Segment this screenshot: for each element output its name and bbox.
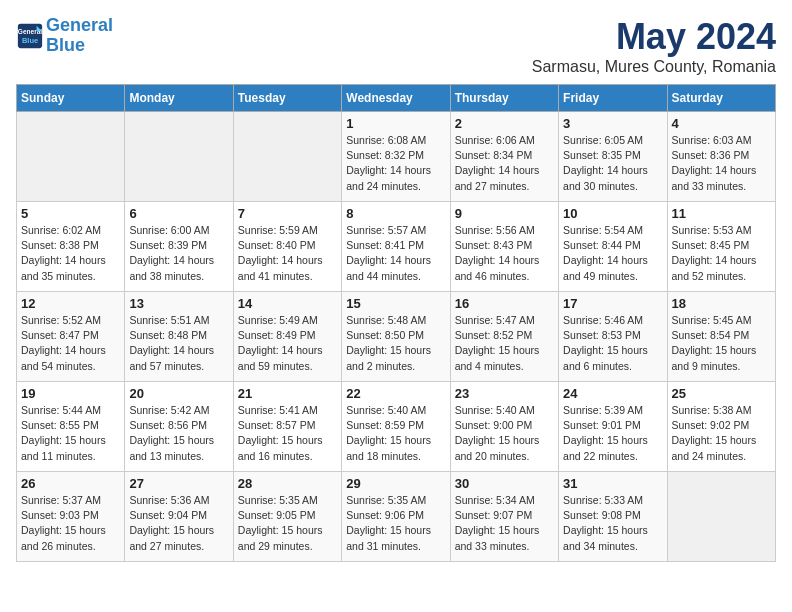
day-detail: Sunrise: 5:34 AM Sunset: 9:07 PM Dayligh… xyxy=(455,493,554,554)
day-detail: Sunrise: 5:40 AM Sunset: 8:59 PM Dayligh… xyxy=(346,403,445,464)
calendar-week-row: 1Sunrise: 6:08 AM Sunset: 8:32 PM Daylig… xyxy=(17,112,776,202)
day-detail: Sunrise: 5:59 AM Sunset: 8:40 PM Dayligh… xyxy=(238,223,337,284)
day-number: 25 xyxy=(672,386,771,401)
day-detail: Sunrise: 5:38 AM Sunset: 9:02 PM Dayligh… xyxy=(672,403,771,464)
day-number: 9 xyxy=(455,206,554,221)
day-number: 12 xyxy=(21,296,120,311)
day-number: 13 xyxy=(129,296,228,311)
calendar-cell xyxy=(233,112,341,202)
calendar-cell: 27Sunrise: 5:36 AM Sunset: 9:04 PM Dayli… xyxy=(125,472,233,562)
calendar-week-row: 19Sunrise: 5:44 AM Sunset: 8:55 PM Dayli… xyxy=(17,382,776,472)
day-number: 8 xyxy=(346,206,445,221)
calendar-cell: 17Sunrise: 5:46 AM Sunset: 8:53 PM Dayli… xyxy=(559,292,667,382)
day-number: 3 xyxy=(563,116,662,131)
day-detail: Sunrise: 5:48 AM Sunset: 8:50 PM Dayligh… xyxy=(346,313,445,374)
calendar-cell: 2Sunrise: 6:06 AM Sunset: 8:34 PM Daylig… xyxy=(450,112,558,202)
calendar-cell: 26Sunrise: 5:37 AM Sunset: 9:03 PM Dayli… xyxy=(17,472,125,562)
day-detail: Sunrise: 5:47 AM Sunset: 8:52 PM Dayligh… xyxy=(455,313,554,374)
weekday-header: Sunday xyxy=(17,85,125,112)
weekday-header: Friday xyxy=(559,85,667,112)
day-detail: Sunrise: 5:49 AM Sunset: 8:49 PM Dayligh… xyxy=(238,313,337,374)
day-number: 22 xyxy=(346,386,445,401)
day-number: 10 xyxy=(563,206,662,221)
day-number: 16 xyxy=(455,296,554,311)
calendar-cell: 19Sunrise: 5:44 AM Sunset: 8:55 PM Dayli… xyxy=(17,382,125,472)
day-detail: Sunrise: 5:46 AM Sunset: 8:53 PM Dayligh… xyxy=(563,313,662,374)
day-number: 4 xyxy=(672,116,771,131)
calendar-cell: 5Sunrise: 6:02 AM Sunset: 8:38 PM Daylig… xyxy=(17,202,125,292)
day-detail: Sunrise: 6:03 AM Sunset: 8:36 PM Dayligh… xyxy=(672,133,771,194)
calendar-cell xyxy=(125,112,233,202)
calendar-cell: 18Sunrise: 5:45 AM Sunset: 8:54 PM Dayli… xyxy=(667,292,775,382)
title-area: May 2024 Sarmasu, Mures County, Romania xyxy=(532,16,776,76)
calendar-cell: 23Sunrise: 5:40 AM Sunset: 9:00 PM Dayli… xyxy=(450,382,558,472)
calendar-table: SundayMondayTuesdayWednesdayThursdayFrid… xyxy=(16,84,776,562)
main-title: May 2024 xyxy=(532,16,776,58)
calendar-cell: 6Sunrise: 6:00 AM Sunset: 8:39 PM Daylig… xyxy=(125,202,233,292)
day-number: 2 xyxy=(455,116,554,131)
day-number: 30 xyxy=(455,476,554,491)
logo-line1: General xyxy=(46,15,113,35)
calendar-cell: 9Sunrise: 5:56 AM Sunset: 8:43 PM Daylig… xyxy=(450,202,558,292)
weekday-header: Monday xyxy=(125,85,233,112)
calendar-cell: 8Sunrise: 5:57 AM Sunset: 8:41 PM Daylig… xyxy=(342,202,450,292)
weekday-header-row: SundayMondayTuesdayWednesdayThursdayFrid… xyxy=(17,85,776,112)
day-detail: Sunrise: 6:02 AM Sunset: 8:38 PM Dayligh… xyxy=(21,223,120,284)
day-detail: Sunrise: 6:05 AM Sunset: 8:35 PM Dayligh… xyxy=(563,133,662,194)
day-detail: Sunrise: 5:56 AM Sunset: 8:43 PM Dayligh… xyxy=(455,223,554,284)
calendar-cell xyxy=(667,472,775,562)
day-number: 26 xyxy=(21,476,120,491)
calendar-cell: 10Sunrise: 5:54 AM Sunset: 8:44 PM Dayli… xyxy=(559,202,667,292)
calendar-week-row: 12Sunrise: 5:52 AM Sunset: 8:47 PM Dayli… xyxy=(17,292,776,382)
day-number: 5 xyxy=(21,206,120,221)
calendar-cell: 7Sunrise: 5:59 AM Sunset: 8:40 PM Daylig… xyxy=(233,202,341,292)
calendar-cell: 11Sunrise: 5:53 AM Sunset: 8:45 PM Dayli… xyxy=(667,202,775,292)
calendar-cell: 30Sunrise: 5:34 AM Sunset: 9:07 PM Dayli… xyxy=(450,472,558,562)
day-detail: Sunrise: 5:53 AM Sunset: 8:45 PM Dayligh… xyxy=(672,223,771,284)
day-number: 23 xyxy=(455,386,554,401)
logo-icon: General Blue xyxy=(16,22,44,50)
logo: General Blue General Blue xyxy=(16,16,113,56)
subtitle: Sarmasu, Mures County, Romania xyxy=(532,58,776,76)
day-detail: Sunrise: 5:51 AM Sunset: 8:48 PM Dayligh… xyxy=(129,313,228,374)
weekday-header: Wednesday xyxy=(342,85,450,112)
calendar-cell: 25Sunrise: 5:38 AM Sunset: 9:02 PM Dayli… xyxy=(667,382,775,472)
day-detail: Sunrise: 5:33 AM Sunset: 9:08 PM Dayligh… xyxy=(563,493,662,554)
day-detail: Sunrise: 5:36 AM Sunset: 9:04 PM Dayligh… xyxy=(129,493,228,554)
weekday-header: Tuesday xyxy=(233,85,341,112)
day-detail: Sunrise: 5:44 AM Sunset: 8:55 PM Dayligh… xyxy=(21,403,120,464)
calendar-cell: 29Sunrise: 5:35 AM Sunset: 9:06 PM Dayli… xyxy=(342,472,450,562)
calendar-cell: 22Sunrise: 5:40 AM Sunset: 8:59 PM Dayli… xyxy=(342,382,450,472)
day-detail: Sunrise: 5:45 AM Sunset: 8:54 PM Dayligh… xyxy=(672,313,771,374)
header: General Blue General Blue May 2024 Sarma… xyxy=(16,16,776,76)
calendar-cell: 13Sunrise: 5:51 AM Sunset: 8:48 PM Dayli… xyxy=(125,292,233,382)
day-detail: Sunrise: 5:35 AM Sunset: 9:06 PM Dayligh… xyxy=(346,493,445,554)
day-detail: Sunrise: 5:41 AM Sunset: 8:57 PM Dayligh… xyxy=(238,403,337,464)
calendar-cell: 12Sunrise: 5:52 AM Sunset: 8:47 PM Dayli… xyxy=(17,292,125,382)
calendar-cell: 21Sunrise: 5:41 AM Sunset: 8:57 PM Dayli… xyxy=(233,382,341,472)
day-detail: Sunrise: 5:42 AM Sunset: 8:56 PM Dayligh… xyxy=(129,403,228,464)
day-number: 17 xyxy=(563,296,662,311)
day-number: 21 xyxy=(238,386,337,401)
day-detail: Sunrise: 5:37 AM Sunset: 9:03 PM Dayligh… xyxy=(21,493,120,554)
day-detail: Sunrise: 6:06 AM Sunset: 8:34 PM Dayligh… xyxy=(455,133,554,194)
day-number: 24 xyxy=(563,386,662,401)
calendar-cell: 1Sunrise: 6:08 AM Sunset: 8:32 PM Daylig… xyxy=(342,112,450,202)
day-detail: Sunrise: 5:39 AM Sunset: 9:01 PM Dayligh… xyxy=(563,403,662,464)
day-number: 7 xyxy=(238,206,337,221)
day-number: 15 xyxy=(346,296,445,311)
day-number: 28 xyxy=(238,476,337,491)
day-detail: Sunrise: 5:54 AM Sunset: 8:44 PM Dayligh… xyxy=(563,223,662,284)
calendar-week-row: 5Sunrise: 6:02 AM Sunset: 8:38 PM Daylig… xyxy=(17,202,776,292)
calendar-cell: 24Sunrise: 5:39 AM Sunset: 9:01 PM Dayli… xyxy=(559,382,667,472)
day-number: 29 xyxy=(346,476,445,491)
day-number: 20 xyxy=(129,386,228,401)
weekday-header: Saturday xyxy=(667,85,775,112)
day-number: 18 xyxy=(672,296,771,311)
calendar-cell: 15Sunrise: 5:48 AM Sunset: 8:50 PM Dayli… xyxy=(342,292,450,382)
logo-text: General Blue xyxy=(46,16,113,56)
day-number: 1 xyxy=(346,116,445,131)
day-detail: Sunrise: 5:35 AM Sunset: 9:05 PM Dayligh… xyxy=(238,493,337,554)
day-detail: Sunrise: 6:08 AM Sunset: 8:32 PM Dayligh… xyxy=(346,133,445,194)
day-number: 31 xyxy=(563,476,662,491)
